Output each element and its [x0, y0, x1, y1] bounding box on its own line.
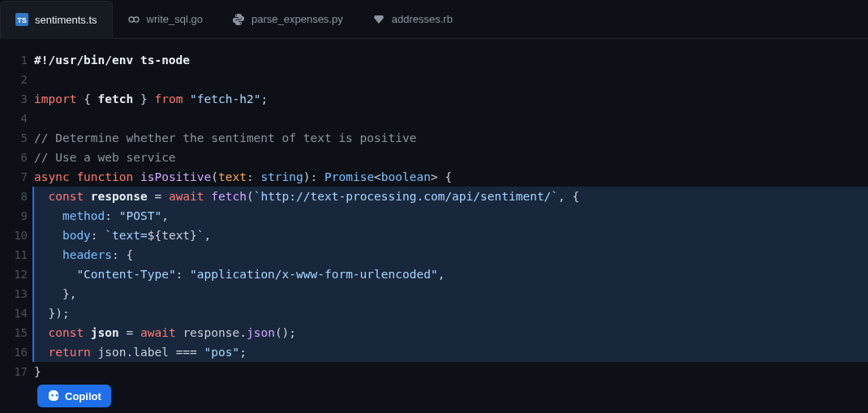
code-line: const response = await fetch(`http://tex…: [32, 187, 868, 206]
line-number: 12: [0, 265, 28, 284]
line-number: 7: [0, 167, 28, 187]
code-line: return json.label === "pos";: [32, 342, 868, 362]
code-line: }: [34, 362, 868, 381]
svg-point-2: [129, 17, 134, 22]
line-number: 6: [0, 148, 28, 167]
line-number: 17: [0, 362, 28, 381]
svg-point-3: [134, 17, 139, 22]
code-line: #!/usr/bin/env ts-node: [34, 50, 868, 70]
copilot-label: Copilot: [65, 390, 101, 402]
code-line: import { fetch } from "fetch-h2";: [34, 89, 868, 109]
line-number: 1: [0, 50, 28, 70]
tab-addresses-rb[interactable]: addresses.rb: [358, 0, 467, 38]
line-number: 10: [0, 226, 28, 245]
code-line: });: [32, 303, 868, 323]
line-number: 13: [0, 284, 28, 303]
line-number: 15: [0, 323, 28, 342]
tab-write-sql-go[interactable]: write_sql.go: [113, 0, 217, 38]
tab-label: sentiments.ts: [35, 14, 97, 26]
typescript-icon: TS: [15, 13, 28, 26]
line-number: 9: [0, 206, 28, 226]
line-number: 14: [0, 303, 28, 323]
code-line: [34, 109, 868, 128]
copilot-button[interactable]: Copilot: [37, 385, 111, 407]
tab-label: addresses.rb: [392, 13, 453, 25]
code-editor[interactable]: 1 2 3 4 5 6 7 8 9 10 11 12 13 14 15 16 1…: [0, 39, 868, 413]
copilot-icon: [47, 389, 60, 402]
line-number: 2: [0, 70, 28, 89]
python-icon: [232, 13, 245, 26]
shebang: #!/usr/bin/env ts-node: [34, 54, 190, 67]
line-number: 5: [0, 128, 28, 148]
tab-parse-expenses-py[interactable]: parse_expenses.py: [217, 0, 358, 38]
code-line: const json = await response.json();: [32, 323, 868, 342]
code-line: body: `text=${text}`,: [32, 226, 868, 245]
code-line: async function isPositive(text: string):…: [34, 167, 868, 187]
svg-text:TS: TS: [17, 16, 27, 24]
tab-label: parse_expenses.py: [251, 13, 343, 25]
line-number: 8: [0, 187, 28, 206]
code-line: headers: {: [32, 245, 868, 265]
tab-sentiments-ts[interactable]: TS sentiments.ts: [0, 1, 113, 39]
code-area[interactable]: #!/usr/bin/env ts-node import { fetch } …: [34, 50, 868, 413]
code-line: "Content-Type": "application/x-www-form-…: [32, 265, 868, 284]
tab-bar: TS sentiments.ts write_sql.go parse_expe…: [0, 0, 868, 39]
code-line: method: "POST",: [32, 206, 868, 226]
code-line: [34, 70, 868, 89]
code-line: },: [32, 284, 868, 303]
line-number: 16: [0, 342, 28, 362]
code-line: // Use a web service: [34, 148, 868, 167]
ruby-icon: [372, 13, 385, 26]
line-number: 11: [0, 245, 28, 265]
tab-label: write_sql.go: [147, 13, 203, 25]
line-number: 3: [0, 89, 28, 109]
line-number: 4: [0, 109, 28, 128]
line-gutter: 1 2 3 4 5 6 7 8 9 10 11 12 13 14 15 16 1…: [0, 50, 34, 413]
code-line: // Determine whether the sentiment of te…: [34, 128, 868, 148]
go-icon: [127, 13, 140, 26]
